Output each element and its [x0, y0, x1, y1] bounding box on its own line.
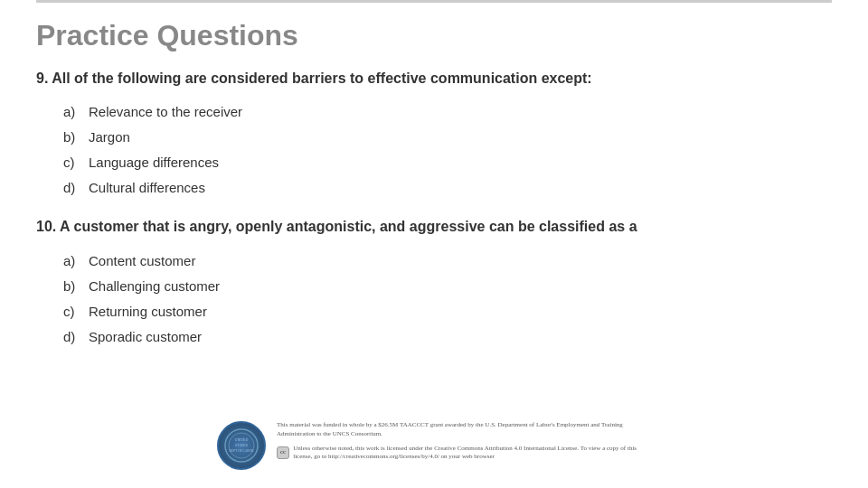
- answers-10: a) Content customer b) Challenging custo…: [63, 250, 832, 348]
- answer-9a-text: Relevance to the receiver: [89, 101, 242, 123]
- seal-icon: UNITED STATES DEPT OF LABOR: [223, 427, 259, 464]
- footer-grant-text: This material was funded in whole by a $…: [277, 421, 651, 439]
- question-10: 10. A customer that is angry, openly ant…: [36, 217, 832, 237]
- answer-10d: d) Sporadic customer: [63, 326, 832, 348]
- page-title: Practice Questions: [36, 19, 832, 52]
- svg-text:STATES: STATES: [235, 443, 248, 447]
- answer-10d-text: Sporadic customer: [89, 326, 202, 348]
- footer-license-text: Unless otherwise noted, this work is lic…: [293, 445, 651, 463]
- answer-10a-text: Content customer: [89, 250, 195, 272]
- answer-10c: c) Returning customer: [63, 301, 832, 323]
- answer-9b: b) Jargon: [63, 127, 832, 148]
- answer-9d-text: Cultural differences: [89, 177, 205, 199]
- answer-9d-letter: d): [63, 177, 89, 199]
- question-9-text: 9. All of the following are considered b…: [36, 70, 592, 86]
- answer-10b-text: Challenging customer: [89, 276, 220, 297]
- answer-9c-letter: c): [63, 152, 89, 174]
- answer-10b-letter: b): [63, 276, 89, 297]
- footer-cc-row: cc Unless otherwise noted, this work is …: [277, 445, 651, 463]
- answer-10b: b) Challenging customer: [63, 276, 832, 297]
- answer-9c: c) Language differences: [63, 152, 832, 174]
- cc-badge: cc: [277, 446, 289, 459]
- svg-text:DEPT OF LABOR: DEPT OF LABOR: [230, 449, 254, 453]
- answers-9: a) Relevance to the receiver b) Jargon c…: [63, 101, 832, 199]
- answer-9a: a) Relevance to the receiver: [63, 101, 832, 123]
- footer: UNITED STATES DEPT OF LABOR This materia…: [217, 421, 651, 470]
- answer-9a-letter: a): [63, 101, 89, 123]
- answer-10a-letter: a): [63, 250, 89, 272]
- question-9: 9. All of the following are considered b…: [36, 69, 832, 89]
- answer-9b-letter: b): [63, 127, 89, 148]
- answer-9b-text: Jargon: [89, 127, 130, 148]
- answer-10a: a) Content customer: [63, 250, 832, 272]
- answer-10d-letter: d): [63, 326, 89, 348]
- page-container: Practice Questions 9. All of the followi…: [0, 0, 868, 488]
- svg-text:UNITED: UNITED: [235, 437, 249, 442]
- answer-10c-text: Returning customer: [89, 301, 207, 323]
- top-border: [36, 0, 832, 3]
- footer-seal: UNITED STATES DEPT OF LABOR: [217, 421, 266, 470]
- question-10-text: 10. A customer that is angry, openly ant…: [36, 219, 637, 234]
- answer-9c-text: Language differences: [89, 152, 219, 174]
- footer-text-block: This material was funded in whole by a $…: [277, 421, 651, 462]
- answer-10c-letter: c): [63, 301, 89, 323]
- answer-9d: d) Cultural differences: [63, 177, 832, 199]
